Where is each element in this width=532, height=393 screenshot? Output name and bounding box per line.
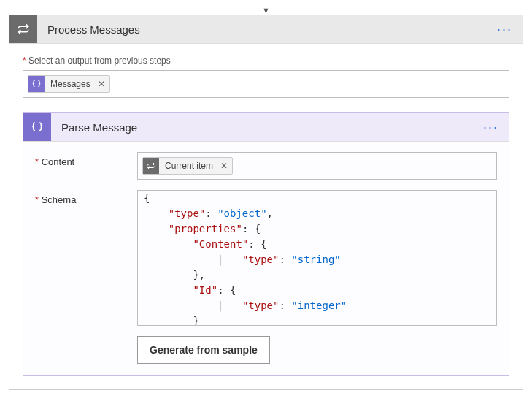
schema-label: * Schema: [35, 190, 137, 205]
select-output-label: * Select an output from previous steps: [23, 56, 509, 66]
token-label: Messages: [50, 79, 90, 89]
inner-card-menu-button[interactable]: ···: [473, 120, 509, 135]
remove-token-icon[interactable]: ✕: [98, 79, 105, 89]
schema-editor[interactable]: { "type": "object", "properties": { "Con…: [137, 190, 497, 326]
loop-small-icon: [143, 158, 159, 174]
inner-card-header[interactable]: Parse Message ···: [23, 113, 509, 142]
inner-card-title: Parse Message: [51, 121, 473, 134]
outer-card: Process Messages ··· * Select an output …: [9, 15, 523, 390]
select-output-field[interactable]: Messages ✕: [23, 70, 509, 98]
inner-card: Parse Message ··· * Content: [23, 112, 509, 376]
outer-card-body: * Select an output from previous steps M…: [9, 44, 523, 389]
remove-token-icon[interactable]: ✕: [220, 161, 228, 171]
flow-arrow-icon: ▼: [9, 7, 523, 13]
content-field[interactable]: Current item ✕: [137, 152, 497, 180]
braces-icon: [28, 76, 45, 92]
outer-card-title: Process Messages: [37, 23, 487, 36]
messages-token[interactable]: Messages ✕: [28, 75, 110, 93]
outer-card-header[interactable]: Process Messages ···: [9, 15, 523, 44]
loop-icon: [9, 15, 37, 43]
inner-card-body: * Content Current item ✕: [23, 142, 509, 375]
parse-icon: [23, 113, 51, 141]
generate-from-sample-button[interactable]: Generate from sample: [137, 336, 270, 364]
outer-card-menu-button[interactable]: ···: [487, 22, 523, 37]
content-label: * Content: [35, 152, 137, 167]
token-label: Current item: [165, 161, 213, 171]
current-item-token[interactable]: Current item ✕: [142, 157, 233, 175]
